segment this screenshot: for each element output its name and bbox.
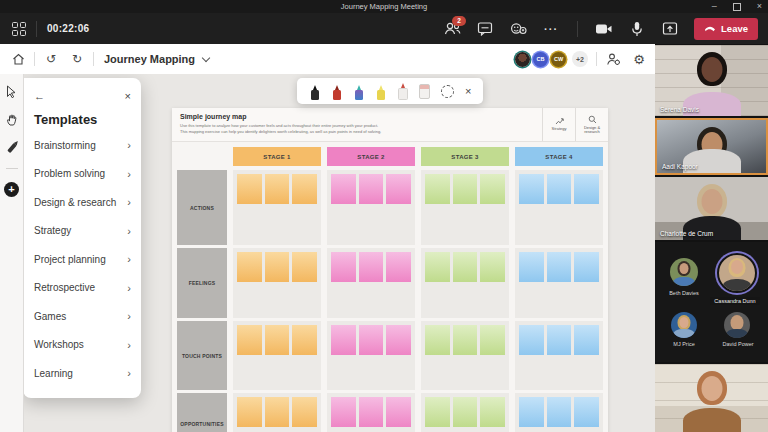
whiteboard-canvas[interactable]: + ← × Templates Brainstorming› Problem s… xyxy=(0,74,655,432)
template-item-workshops[interactable]: Workshops› xyxy=(34,331,131,360)
sticky-note[interactable] xyxy=(574,174,599,204)
board-members-button[interactable] xyxy=(605,51,621,67)
sticky-note[interactable] xyxy=(547,397,572,427)
sticky-note[interactable] xyxy=(574,397,599,427)
sticky-note[interactable] xyxy=(237,252,262,282)
collaborator-overflow-count[interactable]: +2 xyxy=(572,51,588,67)
sticky-note[interactable] xyxy=(292,252,317,282)
sticky-note[interactable] xyxy=(331,174,356,204)
collaborator-avatar[interactable]: CW xyxy=(551,52,566,67)
select-tool[interactable] xyxy=(4,84,19,99)
sticky-note[interactable] xyxy=(265,174,290,204)
sticky-note[interactable] xyxy=(453,325,478,355)
participants-button[interactable]: 2 xyxy=(443,20,461,38)
undo-button[interactable]: ↺ xyxy=(43,51,59,67)
pen-tool[interactable] xyxy=(4,140,19,155)
sticky-note[interactable] xyxy=(480,174,505,204)
audio-avatar-beth[interactable] xyxy=(670,258,698,286)
close-icon[interactable]: × xyxy=(757,1,762,12)
video-tile-charlotte[interactable]: Charlotte de Crum xyxy=(655,177,768,240)
sticky-note[interactable] xyxy=(574,252,599,282)
audio-avatar-david[interactable] xyxy=(724,312,750,338)
sticky-note[interactable] xyxy=(265,325,290,355)
chevron-down-icon[interactable] xyxy=(202,54,210,62)
sticky-note[interactable] xyxy=(386,325,411,355)
pan-tool[interactable] xyxy=(4,112,19,127)
sticky-note[interactable] xyxy=(237,397,262,427)
video-tile-serena[interactable]: Serena Davis xyxy=(655,45,768,116)
sticky-note[interactable] xyxy=(359,325,384,355)
stage-3-header[interactable]: STAGE 3 xyxy=(421,147,509,166)
template-item-brainstorming[interactable]: Brainstorming› xyxy=(34,131,131,160)
sticky-note[interactable] xyxy=(519,174,544,204)
sticky-note[interactable] xyxy=(237,325,262,355)
template-item-problem-solving[interactable]: Problem solving› xyxy=(34,160,131,189)
apps-grid-icon[interactable] xyxy=(12,22,26,36)
template-item-design-research[interactable]: Design & research› xyxy=(34,188,131,217)
close-icon[interactable]: × xyxy=(125,89,131,103)
row-label-touch-points[interactable]: TOUCH POINTS xyxy=(177,321,227,390)
close-icon[interactable]: × xyxy=(465,85,471,97)
template-item-strategy[interactable]: Strategy› xyxy=(34,217,131,246)
sticky-note[interactable] xyxy=(359,397,384,427)
video-tile-self[interactable] xyxy=(655,364,768,432)
journey-map-card[interactable]: Simple journey map Use this template to … xyxy=(172,108,608,432)
leave-button[interactable]: Leave xyxy=(694,18,758,40)
chat-button[interactable] xyxy=(476,20,494,38)
sticky-note[interactable] xyxy=(453,252,478,282)
highlighter-tool[interactable] xyxy=(375,83,386,100)
minimize-icon[interactable]: – xyxy=(712,1,717,12)
sticky-note[interactable] xyxy=(292,325,317,355)
sticky-note[interactable] xyxy=(574,325,599,355)
reactions-button[interactable] xyxy=(509,20,527,38)
sticky-note[interactable] xyxy=(386,397,411,427)
sticky-note[interactable] xyxy=(519,325,544,355)
sticky-note[interactable] xyxy=(359,252,384,282)
sticky-note[interactable] xyxy=(480,252,505,282)
share-screen-button[interactable] xyxy=(661,20,679,38)
sticky-note[interactable] xyxy=(331,325,356,355)
settings-button[interactable]: ⚙ xyxy=(631,51,647,67)
sticky-note[interactable] xyxy=(547,252,572,282)
sticky-note[interactable] xyxy=(480,325,505,355)
template-item-games[interactable]: Games› xyxy=(34,302,131,331)
eraser-pen-tool[interactable] xyxy=(397,83,408,100)
sticky-note[interactable] xyxy=(547,174,572,204)
row-label-opportunities[interactable]: OPPORTUNITIES xyxy=(177,393,227,432)
insert-tool[interactable]: + xyxy=(4,182,19,197)
sticky-note[interactable] xyxy=(386,174,411,204)
sticky-note[interactable] xyxy=(265,252,290,282)
sticky-note[interactable] xyxy=(331,397,356,427)
stage-4-header[interactable]: STAGE 4 xyxy=(515,147,603,166)
sticky-note[interactable] xyxy=(425,325,450,355)
sticky-note[interactable] xyxy=(237,174,262,204)
galaxy-pen-tool[interactable] xyxy=(353,83,364,100)
redo-button[interactable]: ↻ xyxy=(69,51,85,67)
maximize-icon[interactable] xyxy=(733,3,741,11)
eraser-tool[interactable] xyxy=(419,84,430,99)
row-label-actions[interactable]: ACTIONS xyxy=(177,170,227,245)
sticky-note[interactable] xyxy=(265,397,290,427)
video-tile-aadi-active-speaker[interactable]: Aadi Kapoor xyxy=(655,118,768,175)
sticky-note[interactable] xyxy=(359,174,384,204)
lasso-select-tool[interactable] xyxy=(441,85,454,98)
camera-button[interactable] xyxy=(595,20,613,38)
sticky-note[interactable] xyxy=(519,397,544,427)
sticky-note[interactable] xyxy=(331,252,356,282)
more-options-button[interactable]: ··· xyxy=(542,20,560,38)
sticky-note[interactable] xyxy=(453,397,478,427)
row-label-feelings[interactable]: FEELINGS xyxy=(177,248,227,318)
back-icon[interactable]: ← xyxy=(34,89,45,103)
sticky-note[interactable] xyxy=(425,397,450,427)
sticky-note[interactable] xyxy=(292,174,317,204)
collaborator-avatar[interactable]: CB xyxy=(533,52,548,67)
template-item-learning[interactable]: Learning› xyxy=(34,359,131,388)
template-item-project-planning[interactable]: Project planning› xyxy=(34,245,131,274)
red-pen-tool[interactable] xyxy=(331,83,342,100)
sticky-note[interactable] xyxy=(547,325,572,355)
sticky-note[interactable] xyxy=(453,174,478,204)
template-item-retrospective[interactable]: Retrospective› xyxy=(34,274,131,303)
sticky-note[interactable] xyxy=(292,397,317,427)
sticky-note[interactable] xyxy=(386,252,411,282)
black-pen-tool[interactable] xyxy=(309,83,320,100)
